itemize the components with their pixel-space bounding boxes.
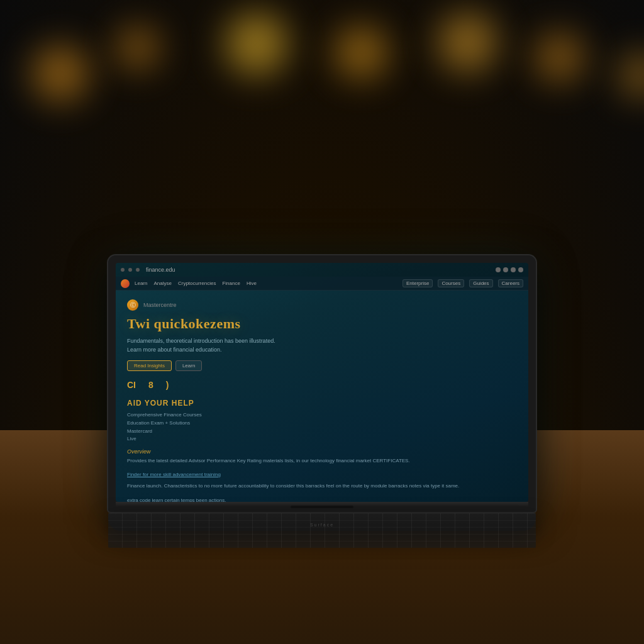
stat-ci: CI [127,380,136,390]
nav-careers[interactable]: Careers [498,279,523,287]
subtitle-line1: Fundamentals, theoretical introduction h… [127,338,275,344]
topbar-icon-2 [503,267,508,272]
browser-navbar: Learn Analyse Cryptocurrencies Finance H… [116,277,528,291]
stat-ci-number: CI [127,380,136,390]
topbar-dot-2 [128,268,132,272]
page-subtitle: Fundamentals, theoretical introduction h… [127,337,391,354]
subtitle-line2: Learn more about financial education. [127,347,222,353]
nav-finance[interactable]: Finance [222,280,240,286]
page-content: Ⓒ Mastercentre Twi quickokezems Fundamen… [116,291,528,502]
laptop: finance.edu Learn Analyse Cryptocurrenci… [108,255,536,531]
laptop-screen: finance.edu Learn Analyse Cryptocurrenci… [116,263,528,502]
site-logo [121,279,130,288]
section-heading: AID YOUR HELP [127,399,517,408]
stats-row: CI 8 ) [127,380,517,390]
nav-learn[interactable]: Learn [135,280,147,286]
stat-8-number: 8 [148,380,153,390]
laptop-hinge [116,502,528,507]
topbar-icon-1 [496,267,501,272]
page-title: Twi quickokezems [127,316,517,332]
topbar-dot-3 [136,268,140,272]
action-buttons: Read Insights Learn [127,360,517,371]
info-text-1: Finance launch. Characteristics to no mo… [127,482,479,491]
detail-label: Overview [127,448,517,455]
section-item-2: Mastercard [127,428,152,434]
detail-block: Overview Provides the latest detailed Ad… [127,448,517,465]
nav-hive[interactable]: Hive [247,280,257,286]
section-item-3: Live [127,436,136,441]
breadcrumb: Mastercentre [143,302,177,308]
section-items: Comprehensive Finance Courses Education … [127,411,492,443]
subsection-link[interactable]: Finder for more skill advancement traini… [127,472,517,477]
stat-paren-number: ) [166,380,169,390]
info-text-2: extra code learn certain temps been acti… [127,497,479,502]
nav-links: Learn Analyse Cryptocurrencies Finance H… [135,280,257,286]
nav-guides[interactable]: Guides [469,279,492,287]
info-block-1: Finance launch. Characteristics to no mo… [127,482,517,491]
nav-right: Enterprise Courses Guides Careers [402,279,523,287]
topbar-icon-4 [518,267,523,272]
section-item-1: Education Exam + Solutions [127,420,190,426]
nav-courses[interactable]: Courses [438,279,464,287]
read-insights-button[interactable]: Read Insights [127,360,172,371]
laptop-screen-frame: finance.edu Learn Analyse Cryptocurrenci… [108,255,536,512]
page-header: Ⓒ Mastercentre [127,299,517,311]
laptop-keyboard [108,513,536,548]
os-topbar: finance.edu [116,263,528,277]
section-item-0: Comprehensive Finance Courses [127,412,202,418]
nav-crypto[interactable]: Cryptocurrencies [178,280,216,286]
topbar-icon-3 [511,267,516,272]
learn-button[interactable]: Learn [175,360,202,371]
page-logo-icon: Ⓒ [127,299,138,311]
topbar-title: finance.edu [146,267,175,273]
topbar-right-icons [496,267,523,272]
topbar-dot-1 [121,268,125,272]
detail-text: Provides the latest detailed Advisor Per… [127,457,479,465]
stat-paren: ) [166,380,169,390]
nav-enterprise[interactable]: Enterprise [402,279,433,287]
laptop-base [108,513,536,531]
nav-analyse[interactable]: Analyse [153,280,171,286]
stat-8: 8 [148,380,153,390]
